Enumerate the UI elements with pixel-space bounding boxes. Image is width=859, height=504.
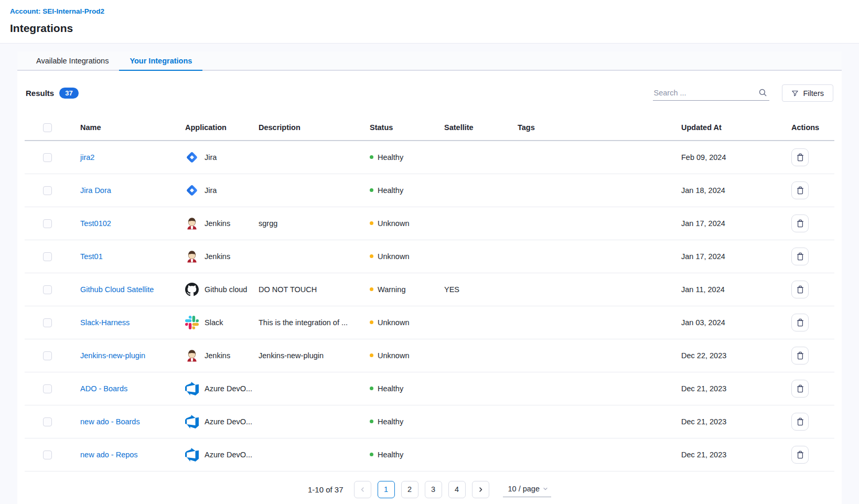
row-checkbox[interactable] xyxy=(43,153,52,162)
row-checkbox[interactable] xyxy=(43,252,52,261)
tab-available-integrations[interactable]: Available Integrations xyxy=(26,51,119,71)
page-size-label: 10 / page xyxy=(508,485,540,493)
delete-button[interactable] xyxy=(791,380,809,398)
select-all-checkbox[interactable] xyxy=(43,123,52,132)
page-button-3[interactable]: 3 xyxy=(425,481,442,498)
delete-button[interactable] xyxy=(791,413,809,431)
status-dot-icon xyxy=(370,254,373,258)
column-header-name: Name xyxy=(77,117,182,141)
integration-name-link[interactable]: Jira Dora xyxy=(80,186,111,195)
column-header-tags: Tags xyxy=(514,117,678,141)
row-checkbox[interactable] xyxy=(43,285,52,294)
next-page-button[interactable] xyxy=(472,481,489,498)
status-label: Unknown xyxy=(378,318,409,327)
application-label: Azure DevO... xyxy=(205,417,252,426)
status-dot-icon xyxy=(370,320,373,324)
integration-name-link[interactable]: Jenkins-new-plugin xyxy=(80,351,145,360)
integration-name-link[interactable]: new ado - Repos xyxy=(80,451,138,459)
delete-button[interactable] xyxy=(791,347,809,364)
account-breadcrumb-link[interactable]: Account: SEI-Internal-Prod2 xyxy=(10,7,104,15)
trash-icon xyxy=(797,384,804,393)
pagination-range-label: 1-10 of 37 xyxy=(308,485,343,494)
updated-at-value: Jan 17, 2024 xyxy=(681,252,725,261)
row-checkbox[interactable] xyxy=(43,351,52,360)
updated-at-value: Jan 17, 2024 xyxy=(681,219,725,228)
application-label: Azure DevO... xyxy=(205,384,252,393)
column-header-satellite: Satellite xyxy=(441,117,514,141)
row-checkbox[interactable] xyxy=(43,219,52,228)
integration-name-link[interactable]: new ado - Boards xyxy=(80,417,140,426)
status-dot-icon xyxy=(370,420,373,423)
page-button-1[interactable]: 1 xyxy=(378,481,395,498)
column-header-description: Description xyxy=(255,117,367,141)
application-label: Jenkins xyxy=(205,351,230,360)
updated-at-value: Jan 11, 2024 xyxy=(681,285,725,294)
tab-your-integrations[interactable]: Your Integrations xyxy=(119,51,202,71)
description-text: Jenkins-new-plugin xyxy=(259,351,324,360)
results-count-badge: 37 xyxy=(59,88,78,99)
search-input[interactable] xyxy=(654,89,758,97)
delete-button[interactable] xyxy=(791,215,809,232)
row-checkbox[interactable] xyxy=(43,384,52,393)
description-text: This is the integration of ... xyxy=(259,318,348,327)
application-label: Slack xyxy=(205,318,223,327)
status-label: Unknown xyxy=(378,252,409,261)
previous-page-button[interactable] xyxy=(354,481,371,498)
page-button-4[interactable]: 4 xyxy=(448,481,466,498)
integration-name-link[interactable]: Test0102 xyxy=(80,219,111,228)
trash-icon xyxy=(797,153,804,162)
delete-button[interactable] xyxy=(791,446,809,464)
table-row: jira2 Jira Healthy Feb 09, 2024 xyxy=(25,141,834,174)
github-icon xyxy=(185,283,199,296)
delete-button[interactable] xyxy=(791,181,809,199)
integration-name-link[interactable]: Slack-Harness xyxy=(80,318,130,327)
row-checkbox[interactable] xyxy=(43,318,52,327)
application-label: Azure DevO... xyxy=(205,451,252,459)
azure-devops-icon xyxy=(185,382,199,395)
status-dot-icon xyxy=(370,387,373,390)
page-size-select[interactable]: 10 / page xyxy=(503,481,551,497)
chevron-down-icon xyxy=(543,486,548,491)
status-dot-icon xyxy=(370,188,373,192)
integration-name-link[interactable]: Github Cloud Satellite xyxy=(80,285,154,294)
updated-at-value: Jan 18, 2024 xyxy=(681,186,725,195)
integration-name-link[interactable]: ADO - Boards xyxy=(80,384,127,393)
row-checkbox[interactable] xyxy=(43,186,52,195)
search-icon xyxy=(758,88,767,97)
status-label: Unknown xyxy=(378,219,409,228)
table-row: Github Cloud Satellite Github cloud DO N… xyxy=(25,273,834,306)
column-header-application: Application xyxy=(182,117,255,141)
table-row: Test01 Jenkins Unknown Jan 17, 2024 xyxy=(25,240,834,273)
updated-at-value: Dec 22, 2023 xyxy=(681,351,726,360)
integration-name-link[interactable]: Test01 xyxy=(80,252,103,261)
integration-name-link[interactable]: jira2 xyxy=(80,153,94,162)
trash-icon xyxy=(797,417,804,426)
row-checkbox[interactable] xyxy=(43,417,52,426)
column-header-updated-at: Updated At xyxy=(678,117,788,141)
status-dot-icon xyxy=(370,155,373,159)
azure-devops-icon xyxy=(185,448,199,462)
jira-icon xyxy=(185,184,199,197)
table-row: ADO - Boards Azure DevO... Healthy Dec 2… xyxy=(25,372,834,405)
jenkins-icon xyxy=(185,349,199,362)
delete-button[interactable] xyxy=(791,148,809,166)
description-text: sgrgg xyxy=(259,219,277,228)
page-button-2[interactable]: 2 xyxy=(401,481,418,498)
table-row: Jira Dora Jira Healthy Jan 18, 2024 xyxy=(25,174,834,207)
filters-button[interactable]: Filters xyxy=(782,84,833,102)
status-label: Healthy xyxy=(378,451,403,459)
status-label: Unknown xyxy=(378,351,409,360)
results-summary: Results 37 xyxy=(26,88,79,99)
chevron-left-icon xyxy=(360,487,366,492)
row-checkbox[interactable] xyxy=(43,451,52,459)
pagination: 1-10 of 37 1234 10 / page xyxy=(25,481,834,498)
slack-icon xyxy=(185,316,199,329)
page-title: Integrations xyxy=(10,22,849,35)
status-label: Healthy xyxy=(378,417,403,426)
status-label: Healthy xyxy=(378,186,403,195)
delete-button[interactable] xyxy=(791,281,809,298)
chevron-right-icon xyxy=(478,487,484,492)
status-dot-icon xyxy=(370,353,373,357)
delete-button[interactable] xyxy=(791,314,809,331)
delete-button[interactable] xyxy=(791,248,809,265)
